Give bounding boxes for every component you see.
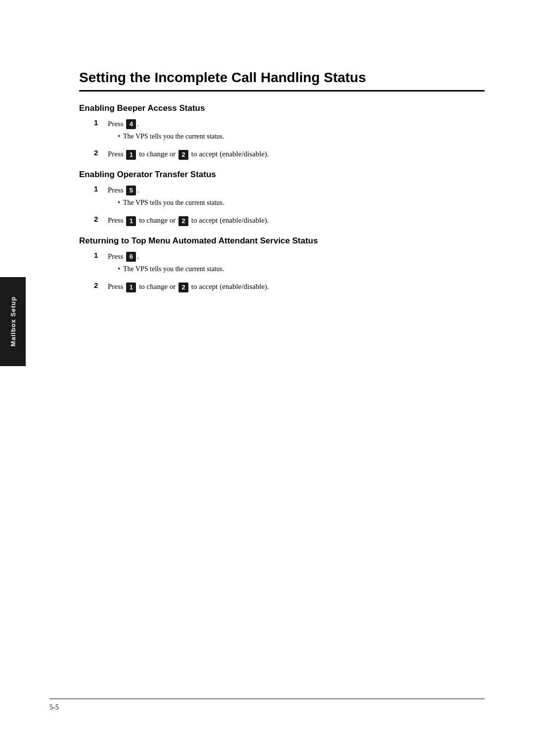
key-badge-2: 2 [178, 283, 188, 292]
step-text: Press 4. [108, 120, 139, 128]
step-number: 1 [94, 118, 105, 127]
step-returning-2: 2 Press 1 to change or 2 to accept (enab… [94, 281, 485, 292]
step-content: Press 1 to change or 2 to accept (enable… [108, 215, 485, 226]
step-text: Press 5. [108, 186, 139, 194]
step-text: Press 1 to change or 2 to accept (enable… [108, 150, 269, 158]
step-text: Press 1 to change or 2 to accept (enable… [108, 283, 269, 290]
step-number: 1 [94, 251, 105, 259]
step-text: Press 1 to change or 2 to accept (enable… [108, 216, 269, 224]
steps-operator: 1 Press 5. • The VPS tells you the curre… [94, 185, 485, 226]
section-beeper-access: Enabling Beeper Access Status 1 Press 4.… [79, 103, 485, 160]
steps-returning: 1 Press 6. • The VPS tells you the curre… [94, 251, 485, 292]
step-content: Press 6. • The VPS tells you the current… [108, 251, 485, 278]
key-badge-5: 5 [126, 186, 136, 195]
step-content: Press 1 to change or 2 to accept (enable… [108, 281, 485, 292]
step-number: 2 [94, 148, 105, 157]
section-heading-operator: Enabling Operator Transfer Status [79, 170, 485, 180]
bullet-dot: • [118, 131, 120, 142]
bullet-item: • The VPS tells you the current status. [118, 264, 485, 274]
key-badge-1: 1 [126, 283, 136, 292]
step-text: Press 6. [108, 252, 139, 260]
key-badge-2: 2 [178, 150, 188, 160]
key-badge-1: 1 [126, 216, 136, 226]
bullet-text: The VPS tells you the current status. [123, 197, 224, 208]
section-heading-returning: Returning to Top Menu Automated Attendan… [79, 236, 485, 246]
step-beeper-1: 1 Press 4. • The VPS tells you the curre… [94, 118, 485, 145]
step-content: Press 5. • The VPS tells you the current… [108, 185, 485, 211]
key-badge-4: 4 [126, 119, 136, 129]
key-badge-6: 6 [126, 252, 136, 262]
footer: 5-5 [49, 699, 485, 711]
step-content: Press 1 to change or 2 to accept (enable… [108, 148, 485, 160]
section-operator-transfer: Enabling Operator Transfer Status 1 Pres… [79, 170, 485, 226]
title-rule [79, 90, 485, 92]
step-number: 1 [94, 185, 105, 193]
step-beeper-2: 2 Press 1 to change or 2 to accept (enab… [94, 148, 485, 160]
footer-page-number: 5-5 [49, 704, 59, 711]
footer-rule [49, 699, 485, 699]
section-heading-beeper: Enabling Beeper Access Status [79, 103, 485, 113]
bullet-item: • The VPS tells you the current status. [118, 131, 485, 142]
step-number: 2 [94, 281, 105, 289]
bullet-text: The VPS tells you the current status. [123, 131, 224, 142]
key-badge-1: 1 [126, 150, 136, 160]
step-number: 2 [94, 215, 105, 223]
key-badge-2: 2 [178, 216, 188, 226]
bullet-text: The VPS tells you the current status. [123, 264, 224, 274]
step-operator-2: 2 Press 1 to change or 2 to accept (enab… [94, 215, 485, 226]
step-content: Press 4. • The VPS tells you the current… [108, 118, 485, 145]
section-returning-menu: Returning to Top Menu Automated Attendan… [79, 236, 485, 292]
bullet-dot: • [118, 264, 120, 274]
bullet-item: • The VPS tells you the current status. [118, 197, 485, 208]
bullet-dot: • [118, 197, 120, 208]
page-title: Setting the Incomplete Call Handling Sta… [79, 69, 485, 86]
step-operator-1: 1 Press 5. • The VPS tells you the curre… [94, 185, 485, 211]
step-returning-1: 1 Press 6. • The VPS tells you the curre… [94, 251, 485, 278]
steps-beeper: 1 Press 4. • The VPS tells you the curre… [94, 118, 485, 160]
